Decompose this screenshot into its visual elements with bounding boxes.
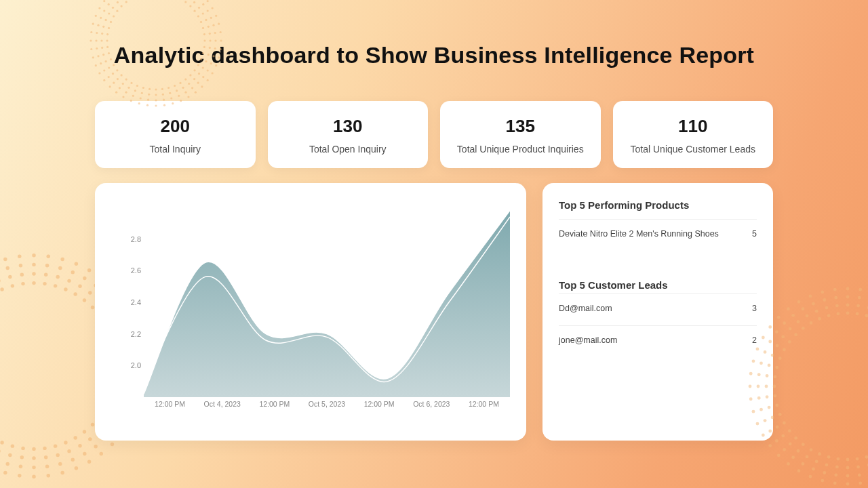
svg-point-546 bbox=[777, 453, 781, 457]
svg-point-302 bbox=[6, 462, 9, 466]
svg-point-397 bbox=[837, 458, 840, 461]
lead-count: 3 bbox=[752, 304, 757, 313]
svg-point-207 bbox=[0, 441, 3, 444]
svg-point-493 bbox=[834, 473, 837, 476]
stat-card: 135 Total Unique Product Inquiries bbox=[440, 101, 601, 168]
svg-point-206 bbox=[11, 444, 14, 447]
product-count: 5 bbox=[752, 229, 757, 239]
svg-point-547 bbox=[768, 444, 772, 447]
top-products-title: Top 5 Performing Products bbox=[559, 199, 757, 211]
svg-point-545 bbox=[787, 462, 790, 466]
svg-point-543 bbox=[809, 475, 812, 479]
svg-point-492 bbox=[846, 474, 850, 478]
stats-row: 200 Total Inquiry 130 Total Open Inquiry… bbox=[0, 68, 868, 168]
svg-point-299 bbox=[45, 465, 49, 468]
svg-point-251 bbox=[44, 455, 47, 459]
svg-point-399 bbox=[818, 452, 821, 455]
list-item: Deviate Nitro Elite 2 Men's Running Shoe… bbox=[559, 219, 757, 248]
page-title: Analytic dashboard to Show Business Inte… bbox=[0, 0, 868, 68]
svg-point-496 bbox=[802, 462, 805, 466]
svg-point-395 bbox=[856, 458, 859, 461]
svg-point-447 bbox=[815, 460, 818, 463]
svg-point-446 bbox=[825, 464, 829, 467]
svg-point-298 bbox=[58, 462, 62, 466]
svg-point-449 bbox=[797, 449, 800, 453]
svg-point-295 bbox=[94, 445, 97, 448]
list-item: Dd@mail.com 3 bbox=[559, 293, 757, 323]
svg-point-254 bbox=[8, 453, 12, 457]
svg-point-350 bbox=[3, 471, 7, 474]
stat-label: Total Unique Product Inquiries bbox=[450, 144, 591, 155]
stat-card: 200 Total Inquiry bbox=[95, 101, 256, 168]
product-name: Deviate Nitro Elite 2 Men's Running Shoe… bbox=[559, 229, 719, 239]
svg-point-401 bbox=[802, 443, 805, 446]
svg-point-497 bbox=[791, 455, 795, 459]
svg-point-297 bbox=[71, 458, 75, 461]
svg-point-495 bbox=[812, 468, 815, 471]
svg-point-498 bbox=[783, 448, 786, 451]
stat-label: Total Inquiry bbox=[104, 144, 246, 155]
svg-point-205 bbox=[21, 447, 24, 450]
chart-x-ticks: 12:00 PMOct 4, 202312:00 PMOct 5, 202312… bbox=[144, 400, 510, 408]
svg-point-349 bbox=[18, 474, 21, 477]
svg-point-396 bbox=[846, 458, 850, 462]
svg-point-348 bbox=[32, 474, 35, 478]
svg-point-544 bbox=[797, 469, 801, 472]
svg-point-450 bbox=[789, 443, 792, 446]
svg-point-346 bbox=[60, 471, 64, 474]
svg-point-202 bbox=[54, 444, 57, 447]
svg-point-347 bbox=[47, 474, 50, 477]
svg-point-541 bbox=[833, 481, 837, 485]
svg-point-248 bbox=[78, 444, 81, 447]
svg-point-252 bbox=[32, 456, 35, 460]
svg-point-253 bbox=[20, 455, 24, 459]
chart-y-ticks: 2.02.22.42.62.8 bbox=[121, 207, 141, 397]
stat-value: 110 bbox=[623, 116, 764, 137]
stat-label: Total Open Inquiry bbox=[277, 144, 419, 155]
svg-point-301 bbox=[19, 465, 22, 468]
chart-plot bbox=[144, 207, 510, 397]
stat-card: 130 Total Open Inquiry bbox=[268, 101, 429, 168]
svg-point-204 bbox=[32, 447, 35, 451]
svg-point-296 bbox=[83, 452, 86, 455]
svg-point-400 bbox=[810, 448, 813, 451]
lead-count: 2 bbox=[752, 336, 757, 345]
svg-point-249 bbox=[67, 449, 71, 453]
svg-point-542 bbox=[821, 479, 824, 483]
lead-name: jone@mail.com bbox=[559, 336, 617, 345]
lead-name: Dd@mail.com bbox=[559, 304, 612, 313]
stat-card: 110 Total Unique Customer Leads bbox=[613, 101, 774, 168]
svg-point-344 bbox=[87, 460, 91, 464]
svg-point-250 bbox=[56, 453, 59, 457]
svg-point-201 bbox=[64, 441, 67, 444]
svg-point-491 bbox=[858, 473, 861, 476]
svg-point-394 bbox=[865, 455, 869, 459]
svg-point-444 bbox=[846, 466, 850, 470]
chart-card: 2.02.22.42.62.8 12:00 PMOct 4, 202312:00… bbox=[95, 183, 526, 441]
svg-point-203 bbox=[43, 447, 46, 450]
stat-value: 200 bbox=[104, 116, 246, 137]
svg-point-445 bbox=[835, 466, 839, 469]
svg-point-398 bbox=[827, 455, 831, 459]
side-card: Top 5 Performing Products Deviate Nitro … bbox=[542, 183, 773, 441]
svg-point-494 bbox=[823, 471, 826, 474]
stat-value: 130 bbox=[277, 116, 419, 137]
list-item: jone@mail.com 2 bbox=[559, 325, 757, 354]
svg-point-540 bbox=[846, 483, 850, 486]
svg-point-255 bbox=[0, 449, 1, 453]
svg-point-300 bbox=[32, 466, 35, 469]
svg-point-345 bbox=[75, 466, 78, 470]
top-leads-title: Top 5 Customer Leads bbox=[559, 279, 757, 291]
svg-point-539 bbox=[859, 481, 862, 485]
svg-point-448 bbox=[806, 455, 809, 459]
svg-point-343 bbox=[100, 452, 103, 455]
stat-label: Total Unique Customer Leads bbox=[623, 144, 764, 155]
svg-point-342 bbox=[111, 443, 114, 446]
stat-value: 135 bbox=[450, 116, 591, 137]
svg-point-443 bbox=[856, 466, 860, 469]
